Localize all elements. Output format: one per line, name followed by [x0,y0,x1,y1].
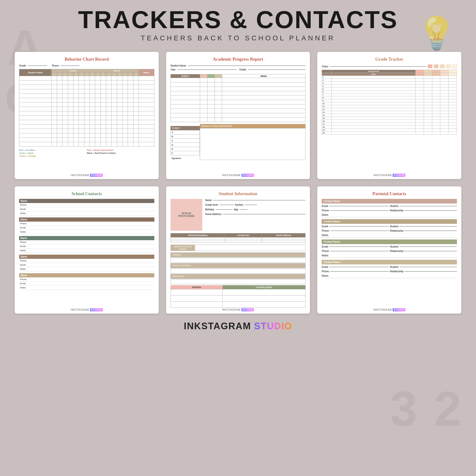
parental-group-2: Contact Name: Email: Student: Phone: [322,219,457,238]
email-row-5: Email [19,282,154,286]
card-footer-5: INKSTAGRAM STUDIO [166,308,310,311]
table-row [170,78,306,83]
phone-label-2: Phone [20,222,31,225]
table-row: 2. [322,79,457,82]
email-row-1: Email [19,207,154,211]
table-row: C [170,139,200,143]
col-student-name: Student Name [19,69,51,76]
grade-tracker-card: Grade Tracker Class: Assignment [317,52,461,179]
pickup-section: Approved Pick-UpPeople: [170,245,306,251]
relationship-label-p2: Relationship: [390,229,404,232]
table-row [19,76,154,81]
table-row [170,295,306,302]
table-row: 8. [322,96,457,99]
parental-contacts-card: Parental Contacts Contact Name: Email: S… [317,187,461,314]
address-line [223,214,306,214]
table-row: B [170,135,200,139]
table-row [19,85,154,89]
th-guardian: Parents/Guardians [170,233,225,238]
phone-row-p3: Phone: [322,250,389,253]
name-bar-3: Name [19,236,154,240]
email-row-3: Email [19,244,154,249]
behavior-table: Student Name Month: Month: Notes 1 2 3 4… [19,69,154,147]
pickup-label: Approved Pick-UpPeople: [170,245,195,251]
table-row [19,142,154,147]
notes-row-2: Notes [19,230,154,234]
notes-row-4: Notes [19,267,154,271]
email-row-p4: Email: [322,266,389,268]
page-title: TRACKERS & CONTACTS [15,7,461,32]
name-bar-2: Name [19,218,154,221]
color-box-3 [440,64,445,68]
phone-label-3: Phone [20,241,31,243]
student-line-p2 [400,226,457,226]
name-field-row: Name: [205,199,306,202]
obs-subject-header: Subject [170,126,200,130]
table-row: 14. [322,114,457,117]
table-row: 9. [322,99,457,102]
table-row: 20. [322,132,457,135]
table-row [19,102,154,107]
table-row [19,81,154,85]
table-row [170,302,306,308]
parental-group-3: Contact Name: Email: Student: Phone: [322,239,457,258]
relationship-line-p4 [405,271,457,272]
phone-row-1: Phone [19,203,154,207]
academic-table: Subject Notes [170,74,306,122]
name-bar-5: Name [19,273,154,277]
table-row: 11. [322,105,457,108]
table-row [170,100,306,104]
table-row [19,120,154,124]
phone-line-p1 [330,210,389,211]
student-row-p1: Student: [390,205,457,207]
week-1: 1 [51,73,57,76]
email-row-p2: Email: [322,225,389,228]
table-row: 6. [322,90,457,93]
student-info-card: Student Information ATTACHPHOTO HERE Nam… [166,187,310,314]
table-row: A [170,130,200,135]
year-grade-row: Year: Grade: [170,68,306,72]
legend-green: Green = Good [19,152,86,154]
week-14: 6 [122,73,128,76]
email-label-p4: Email: [322,266,328,268]
student-label-p3: Student: [390,245,399,248]
notes-row-1: Notes [19,211,154,216]
th-learning: Learning Styles [222,285,306,289]
notes-line-p2 [322,237,457,238]
relationship-label-p3: Relationship: [390,250,404,253]
parental-fields-2: Email: Student: Phone: Relationship: [322,225,457,233]
page-subtitle: TEACHERS BACK TO SCHOOL PLANNER [15,34,461,42]
week-12: 4 [112,73,117,76]
table-row [170,96,306,100]
table-row [19,133,154,138]
studio-badge-3: STUDIO [392,174,405,177]
contacts-group-2: Name Phone Email Notes [19,218,154,234]
student-line-p4 [400,267,457,267]
table-row [19,116,154,120]
card-footer-1: INKSTAGRAM STUDIO [15,174,159,177]
studio-badge-5: STUDIO [241,308,254,311]
th-date-label: Date [332,73,416,76]
notes-label-5: Notes [20,287,31,289]
td-date-2 [424,73,432,76]
email-label-1: Email [20,208,31,210]
contacts-group-3: Name Phone Email Notes [19,236,154,253]
table-row: D [170,143,200,147]
table-row [170,87,306,91]
student-name-line [188,66,306,66]
notes-line-p4 [322,278,457,278]
phone-label-5: Phone [20,278,31,281]
table-row [19,107,154,111]
table-row [170,109,306,113]
student-label-p4: Student: [390,266,399,268]
grade-level-label: Grade level: [205,204,219,206]
year-field: Year: [170,68,237,71]
week-13: 5 [117,73,122,76]
academic-progress-card: Academic Progress Report Student Name: Y… [166,52,310,179]
relationship-label-p4: Relationship: [390,270,404,273]
interests-table: Interests Learning Styles [170,285,306,308]
notes-label-p2: Notes: [322,234,329,237]
notes-line-p1 [322,217,457,217]
grade-line [220,205,234,205]
table-row [170,113,306,118]
